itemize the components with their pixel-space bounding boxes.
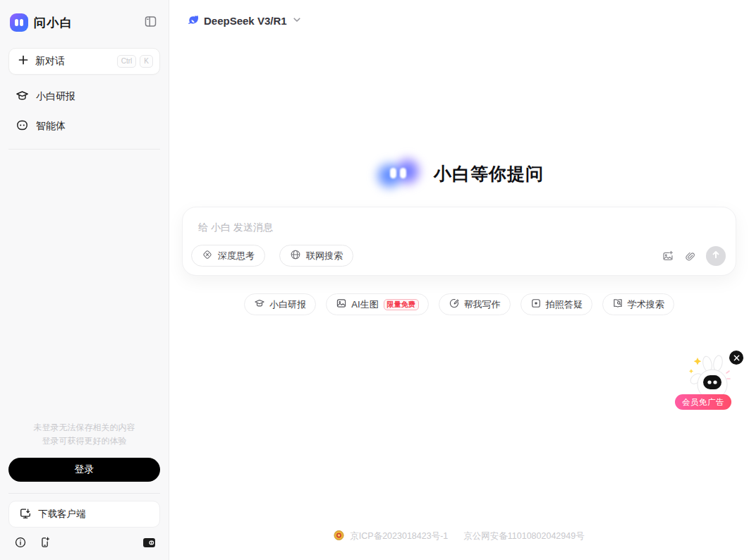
kbd-ctrl: Ctrl <box>117 55 137 68</box>
photo-frame-icon <box>530 298 542 311</box>
panel-toggle-icon <box>144 15 157 31</box>
brand-name: 问小白 <box>34 15 73 31</box>
suggestion-photo-qa[interactable]: 拍照答疑 <box>520 293 592 315</box>
suggestion-label: AI生图 <box>351 298 378 311</box>
info-button[interactable] <box>14 536 27 549</box>
sidebar-item-label: 智能体 <box>36 120 66 133</box>
police-record-link[interactable]: 京公网安备11010802042949号 <box>463 530 584 542</box>
hero-title: 小白等你提问 <box>434 162 544 185</box>
plus-icon <box>18 54 29 68</box>
message-composer: 深度思考 联网搜索 <box>182 207 736 276</box>
deep-think-toggle[interactable]: 深度思考 <box>191 245 265 267</box>
close-icon <box>733 351 740 364</box>
download-desktop-icon <box>19 507 32 522</box>
login-hint: 未登录无法保存相关的内容 登录可获得更好的体验 <box>0 421 169 448</box>
police-emblem-icon <box>334 530 344 543</box>
login-hint-line1: 未登录无法保存相关的内容 <box>0 421 169 434</box>
graduation-cap-icon <box>16 89 29 104</box>
composer-tools: 深度思考 联网搜索 <box>191 245 353 267</box>
sidebar-collapse-button[interactable] <box>144 15 157 31</box>
sidebar-item-research[interactable]: 小白研报 <box>0 82 169 111</box>
suggestion-research[interactable]: 小白研报 <box>244 293 316 315</box>
sidebar-item-label: 小白研报 <box>36 90 75 103</box>
sidebar-divider-bottom <box>8 493 160 494</box>
suggestion-academic-search[interactable]: 学术搜索 <box>602 293 674 315</box>
deepseek-whale-icon <box>185 13 199 29</box>
login-hint-line2: 登录可获得更好的体验 <box>0 434 169 448</box>
hero: 小白等你提问 <box>169 154 749 193</box>
suggestion-writing[interactable]: 帮我写作 <box>439 293 511 315</box>
download-client-label: 下载客户端 <box>38 508 86 521</box>
suggestion-label: 帮我写作 <box>464 298 501 311</box>
new-chat-label: 新对话 <box>35 55 65 68</box>
login-button[interactable]: 登录 <box>8 458 160 482</box>
xiaobai-mascot-logo <box>374 157 421 190</box>
attachment-button[interactable] <box>684 250 696 262</box>
shortcut-hint: Ctrl K <box>117 55 153 68</box>
web-search-toggle[interactable]: 联网搜索 <box>279 245 353 267</box>
edit-pencil-icon <box>449 298 460 311</box>
web-search-label: 联网搜索 <box>306 250 343 262</box>
suggestion-ai-image[interactable]: AI生图 限量免费 <box>326 293 428 315</box>
send-button[interactable] <box>706 246 726 266</box>
icp-record-link[interactable]: 京ICP备2023018423号-1 <box>350 530 448 542</box>
arrow-up-icon <box>711 250 721 262</box>
image-icon <box>336 298 347 311</box>
promo-close-button[interactable] <box>729 351 743 365</box>
robot-face-icon <box>16 118 29 134</box>
member-ad-free-badge[interactable]: 会员免广告 <box>675 394 731 410</box>
sidebar-footer <box>0 528 169 560</box>
download-client-button[interactable]: 下载客户端 <box>8 501 160 528</box>
sidebar: 问小白 新对话 Ctrl K <box>0 0 169 560</box>
chevron-down-icon <box>292 15 302 27</box>
brand-logo-icon <box>10 13 28 32</box>
sidebar-header: 问小白 <box>0 0 169 32</box>
book-search-icon <box>612 298 623 311</box>
suggestion-label: 学术搜索 <box>628 298 664 311</box>
composer-actions <box>662 246 726 266</box>
sidebar-item-agents[interactable]: 智能体 <box>0 111 169 141</box>
suggestion-chips: 小白研报 AI生图 限量免费 帮我写作 <box>169 293 749 315</box>
limited-free-badge: 限量免费 <box>384 299 419 310</box>
deep-think-icon <box>202 249 213 262</box>
deep-think-label: 深度思考 <box>218 250 255 262</box>
sidebar-nav: 小白研报 智能体 <box>0 82 169 141</box>
mobile-app-button[interactable] <box>39 536 51 549</box>
app-window: 问小白 新对话 Ctrl K <box>0 0 749 560</box>
model-selector-label: DeepSeek V3/R1 <box>204 15 287 27</box>
footer: 京ICP备2023018423号-1 京公网安备11010802042949号 <box>169 530 749 543</box>
message-input[interactable] <box>197 220 592 238</box>
suggestion-label: 拍照答疑 <box>546 298 583 311</box>
new-chat-button[interactable]: 新对话 Ctrl K <box>8 48 160 75</box>
wallet-card-button[interactable] <box>142 537 156 548</box>
globe-icon <box>290 249 301 262</box>
graduation-cap-icon <box>254 298 265 311</box>
model-selector[interactable]: DeepSeek V3/R1 <box>185 13 302 29</box>
suggestion-label: 小白研报 <box>269 298 306 311</box>
kbd-k: K <box>140 55 153 68</box>
add-image-button[interactable] <box>662 250 674 262</box>
